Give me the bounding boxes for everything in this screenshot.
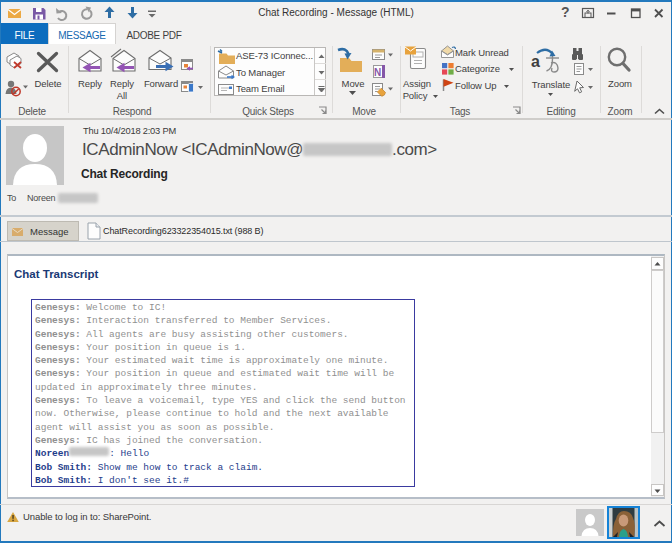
svg-text:a: a xyxy=(531,53,540,70)
svg-text:?: ? xyxy=(561,4,570,20)
svg-text:N: N xyxy=(374,67,381,78)
